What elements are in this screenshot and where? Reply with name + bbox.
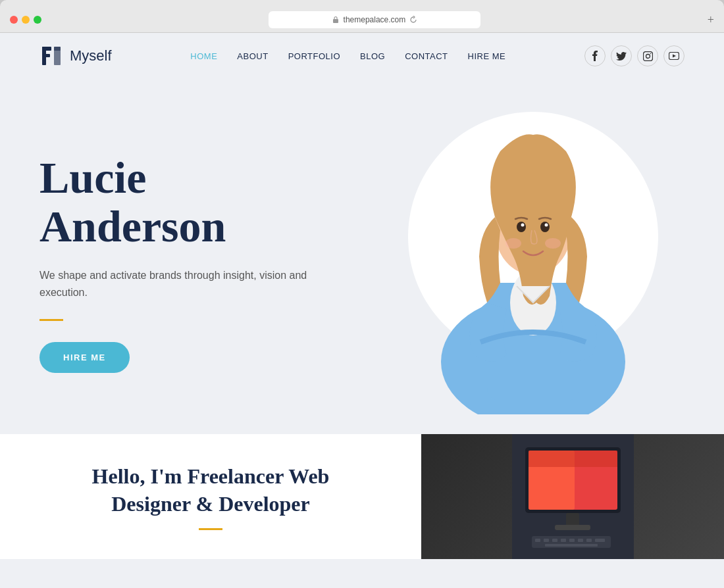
site-header: Myself HOME ABOUT PORTFOLIO BLOG CONTACT… [0, 33, 724, 79]
nav-home[interactable]: HOME [190, 51, 217, 61]
logo-icon [39, 44, 63, 68]
hero-name: Lucie Anderson [39, 153, 355, 252]
browser-chrome: themepalace.com + [0, 0, 724, 33]
svg-rect-0 [333, 19, 338, 23]
logo[interactable]: Myself [39, 44, 112, 68]
traffic-lights [10, 16, 41, 24]
instagram-icon[interactable] [637, 45, 658, 66]
logo-text: Myself [70, 47, 112, 64]
svg-rect-41 [535, 539, 540, 542]
hero-tagline: We shape and activate brands through ins… [39, 267, 355, 301]
svg-point-19 [545, 224, 548, 227]
about-section: Hello, I'm Freelancer Web Designer & Dev… [0, 434, 724, 559]
nav-portfolio[interactable]: PORTFOLIO [288, 51, 340, 61]
svg-rect-2 [42, 47, 51, 51]
svg-rect-47 [586, 539, 592, 542]
svg-rect-5 [54, 47, 61, 51]
address-bar[interactable]: themepalace.com [269, 11, 480, 28]
youtube-icon[interactable] [663, 45, 685, 66]
close-button[interactable] [10, 16, 18, 24]
main-nav: HOME ABOUT PORTFOLIO BLOG CONTACT HIRE M… [190, 51, 505, 61]
new-tab-button[interactable]: + [708, 14, 714, 26]
about-images [421, 434, 724, 559]
about-text-area: Hello, I'm Freelancer Web Designer & Dev… [0, 434, 421, 559]
svg-rect-48 [595, 539, 605, 542]
svg-rect-49 [545, 544, 598, 547]
reload-icon[interactable] [409, 16, 417, 24]
hero-divider [39, 319, 63, 321]
svg-point-7 [646, 54, 650, 58]
svg-point-21 [545, 238, 561, 249]
svg-rect-6 [643, 51, 652, 61]
svg-point-8 [650, 53, 651, 54]
svg-rect-38 [566, 513, 579, 526]
svg-point-17 [540, 222, 550, 232]
svg-rect-39 [555, 525, 590, 530]
svg-rect-42 [544, 539, 549, 542]
nav-about[interactable]: ABOUT [237, 51, 268, 61]
nav-hire-me[interactable]: HIRE ME [468, 51, 506, 61]
minimize-button[interactable] [22, 16, 30, 24]
website-content: Myself HOME ABOUT PORTFOLIO BLOG CONTACT… [0, 33, 724, 588]
nav-contact[interactable]: CONTACT [405, 51, 448, 61]
svg-rect-45 [569, 539, 575, 542]
svg-point-18 [521, 224, 525, 227]
hire-me-button[interactable]: HIRE ME [39, 342, 130, 373]
fullscreen-button[interactable] [34, 16, 41, 24]
twitter-icon[interactable] [611, 45, 632, 66]
svg-rect-46 [578, 539, 583, 542]
social-icons [584, 45, 685, 66]
svg-marker-10 [673, 55, 676, 58]
hero-content: Lucie Anderson We shape and activate bra… [39, 153, 355, 374]
facebook-icon[interactable] [584, 45, 606, 66]
hero-image-container [395, 92, 671, 414]
svg-rect-3 [42, 54, 50, 57]
svg-rect-43 [552, 539, 557, 542]
hero-person-image [421, 99, 645, 414]
about-image-2 [421, 434, 724, 559]
svg-point-20 [505, 238, 521, 249]
nav-blog[interactable]: BLOG [360, 51, 385, 61]
svg-rect-37 [529, 451, 617, 467]
lock-icon [332, 16, 340, 24]
svg-point-16 [517, 222, 526, 232]
svg-rect-44 [561, 539, 566, 542]
about-title: Hello, I'm Freelancer Web Designer & Dev… [39, 463, 382, 518]
url-text: themepalace.com [344, 15, 406, 24]
about-divider [199, 528, 222, 530]
hero-section: Lucie Anderson We shape and activate bra… [0, 79, 724, 434]
